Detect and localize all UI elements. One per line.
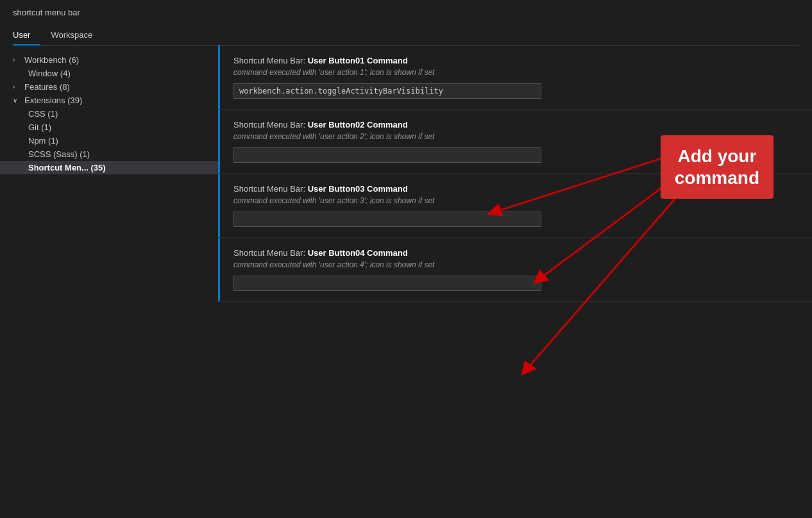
setting-desc-btn02: command executed with 'user action 2'; i… [233,132,799,141]
setting-btn04: Shortcut Menu Bar: User Button04 Command… [218,238,812,302]
setting-input-btn02[interactable] [233,147,541,163]
sidebar-item-git[interactable]: Git (1) [0,121,218,134]
setting-input-btn01[interactable] [233,83,541,99]
setting-btn01: Shortcut Menu Bar: User Button01 Command… [218,46,812,110]
setting-title-btn02: Shortcut Menu Bar: User Button02 Command [233,120,799,130]
tabs-bar: User Workspace [13,25,799,46]
settings-content: Add your command Short [218,46,812,518]
setting-title-btn03: Shortcut Menu Bar: User Button03 Command [233,184,799,194]
setting-desc-btn04: command executed with 'user action 4'; i… [233,260,799,269]
header: shortcut menu bar User Workspace [0,0,812,46]
chevron-right-icon-features: › [13,83,21,90]
sidebar-item-npm[interactable]: Npm (1) [0,134,218,147]
sidebar-item-features[interactable]: › Features (8) [0,80,218,94]
setting-input-btn03[interactable] [233,212,541,227]
sidebar: › Workbench (6) Window (4) › Features (8… [0,46,218,518]
page-title: shortcut menu bar [13,8,799,17]
sidebar-item-window[interactable]: Window (4) [0,67,218,80]
app-container: shortcut menu bar User Workspace › Workb… [0,0,812,518]
sidebar-item-workbench[interactable]: › Workbench (6) [0,53,218,67]
setting-desc-btn01: command executed with 'user action 1'; i… [233,68,799,77]
chevron-down-icon-extensions: ∨ [13,97,21,104]
setting-title-btn04: Shortcut Menu Bar: User Button04 Command [233,248,799,258]
sidebar-item-scss[interactable]: SCSS (Sass) (1) [0,147,218,161]
sidebar-item-css[interactable]: CSS (1) [0,107,218,121]
tab-workspace[interactable]: Workspace [51,25,103,45]
sidebar-item-shortcut-menu[interactable]: Shortcut Men... (35) [0,161,218,174]
setting-btn03: Shortcut Menu Bar: User Button03 Command… [218,174,812,238]
tab-user[interactable]: User [13,25,40,45]
chevron-right-icon: › [13,56,21,63]
setting-title-btn01: Shortcut Menu Bar: User Button01 Command [233,56,799,65]
setting-desc-btn03: command executed with 'user action 3'; i… [233,196,799,205]
setting-btn02: Shortcut Menu Bar: User Button02 Command… [218,110,812,174]
setting-input-btn04[interactable] [233,276,541,291]
sidebar-item-extensions[interactable]: ∨ Extensions (39) [0,94,218,107]
main-layout: › Workbench (6) Window (4) › Features (8… [0,46,812,518]
